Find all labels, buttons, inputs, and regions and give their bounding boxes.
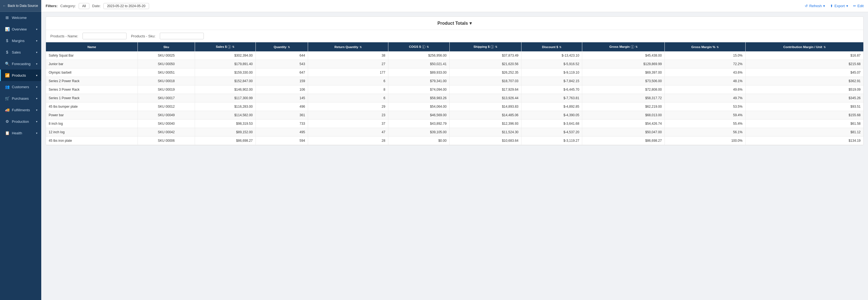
sidebar-item-welcome[interactable]: ⊞ Welcome [0,12,41,23]
cell-quantity: 647 [255,68,308,77]
sidebar-item-sales[interactable]: $ Sales ▾ [0,46,41,58]
cell-name: Safety Squat Bar [46,52,138,60]
table-row: Olympic barbellSKU 00051$159,330.0064717… [46,68,863,77]
cell-shipping: $26,252.35 [450,68,521,77]
table-row: 8 inch logSKU 00040$98,319.5373337$43,89… [46,120,863,128]
cell-grossMarginPct: 53.5% [665,102,746,111]
category-label: Category: [60,4,75,8]
cell-grossMargin: $72,808.00 [582,86,665,94]
cell-quantity: 543 [255,60,308,68]
cell-returnQty: 27 [308,60,389,68]
products-sku-input[interactable] [160,33,204,39]
sidebar-item-products[interactable]: 📶 Products ▾ [0,69,41,81]
sidebar-item-purchases[interactable]: 🛒 Purchases ▾ [0,93,41,104]
cell-shipping: $37,873.49 [450,52,521,60]
cell-grossMargin: $68,013.00 [582,111,665,120]
customers-icon: 👥 [5,85,10,89]
sort-icon-sales[interactable]: ⇅ [232,45,234,48]
cell-sku: SKU 00049 [138,111,195,120]
cell-cogs: $54,064.00 [388,102,450,111]
table-row: Series 2 Power RackSKU 00018$152,847.001… [46,77,863,86]
sort-icon-grossMarginPct[interactable]: ⇅ [716,45,719,48]
sidebar-item-forecasting[interactable]: 🔍 Forecasting ▾ [0,58,41,69]
cell-contributionMargin: $61.58 [745,120,863,128]
sort-icon-grossMargin[interactable]: ⇅ [635,45,638,48]
sort-icon-quantity[interactable]: ⇅ [288,45,290,48]
cell-cogs: $74,094.00 [388,86,450,94]
date-range-button[interactable]: 2023-05-22 to 2024-05-20 [103,3,149,9]
cell-sku: SKU 00051 [138,68,195,77]
sort-icon-discount[interactable]: ⇅ [559,45,561,48]
table-filter-row: Products - Name: Products - Sku: [46,30,863,42]
cell-shipping: $10,683.64 [450,137,521,145]
overview-icon: 📊 [5,27,10,31]
cell-sku: SKU 00040 [138,120,195,128]
col-header-sales[interactable]: Sales $i⇅ [195,42,255,52]
sidebar-label-production: Production [12,120,29,124]
cell-sales: $98,319.53 [195,120,255,128]
sort-icon-returnQty[interactable]: ⇅ [360,45,362,48]
category-all-button[interactable]: All [79,3,89,9]
cell-name: 45 lbs bumper plate [46,102,138,111]
refresh-icon: ↺ [805,4,808,8]
welcome-icon: ⊞ [5,15,10,20]
col-header-shipping[interactable]: Shipping $i⇅ [450,42,521,52]
cell-grossMarginPct: 55.4% [665,120,746,128]
cell-returnQty: 6 [308,94,389,102]
cell-returnQty: 29 [308,102,389,111]
table-row: Junior barSKU 00050$179,891.4054327$50,0… [46,60,863,68]
cell-grossMargin: $62,219.00 [582,102,665,111]
edit-button[interactable]: ✏ Edit [853,4,864,8]
cell-grossMarginPct: 59.4% [665,111,746,120]
cell-cogs: $89,933.00 [388,68,450,77]
cell-cogs: $58,983.26 [388,94,450,102]
cell-grossMarginPct: 48.1% [665,77,746,86]
info-icon-cogs: i [422,45,426,48]
sidebar-label-sales: Sales [12,50,21,55]
products-name-input[interactable] [83,33,126,39]
cell-sales: $146,902.00 [195,86,255,94]
refresh-button[interactable]: ↺ Refresh ▾ [805,4,825,8]
cell-name: Series 3 Power Rack [46,86,138,94]
forecasting-icon: 🔍 [5,62,10,66]
col-header-cogs[interactable]: COGS $i⇅ [388,42,450,52]
info-icon-grossMargin: i [631,45,634,48]
col-header-name[interactable]: Name [46,42,138,52]
sort-icon-contributionMargin[interactable]: ⇅ [824,45,826,48]
col-header-grossMargin[interactable]: Gross Margini⇅ [582,42,665,52]
col-header-quantity[interactable]: Quantity⇅ [255,42,308,52]
sort-icon-shipping[interactable]: ⇅ [495,45,497,48]
card-header: Product Totals ▾ [46,17,863,30]
export-label: Export [834,4,845,8]
sidebar-item-customers[interactable]: 👥 Customers ▾ [0,81,41,93]
cell-sales: $89,152.00 [195,128,255,137]
sidebar-item-overview[interactable]: 📊 Overview ▾ [0,23,41,35]
export-button[interactable]: ⬆ Export ▾ [830,4,848,8]
filters-label: Filters: [45,4,58,8]
col-header-contributionMargin[interactable]: Contribution Margin / Unit⇅ [745,42,863,52]
sidebar-item-fulfillments[interactable]: 🚚 Fulfillments ▾ [0,104,41,116]
cell-cogs: $256,956.00 [388,52,450,60]
sidebar-item-production[interactable]: ⚙ Production ▾ [0,116,41,127]
cell-sales: $117,300.99 [195,94,255,102]
col-header-sku[interactable]: Sku [138,42,195,52]
sidebar-item-health[interactable]: 📋 Health ▾ [0,127,41,139]
cell-grossMargin: $50,047.00 [582,128,665,137]
cell-grossMargin: $73,506.00 [582,77,665,86]
col-header-discount[interactable]: Discount $⇅ [522,42,582,52]
cell-returnQty: 28 [308,137,389,145]
col-header-returnQty[interactable]: Return Quantity⇅ [308,42,389,52]
cell-grossMarginPct: 49.6% [665,86,746,94]
product-totals-table: NameSkuSales $i⇅Quantity⇅Return Quantity… [46,42,863,145]
col-header-grossMarginPct[interactable]: Gross Margin %⇅ [665,42,746,52]
cell-sku: SKU 00017 [138,94,195,102]
sales-chevron-icon: ▾ [36,51,37,54]
sidebar-item-margins[interactable]: $ Margins ▾ [0,35,41,46]
forecasting-chevron-icon: ▾ [36,62,37,65]
back-to-data-source[interactable]: ← Back to Data Source [0,0,41,12]
margins-icon: $ [5,38,10,43]
sidebar-label-health: Health [12,131,22,135]
purchases-icon: 🛒 [5,96,10,101]
sort-icon-cogs[interactable]: ⇅ [427,45,429,48]
cell-grossMargin: $69,397.00 [582,68,665,77]
